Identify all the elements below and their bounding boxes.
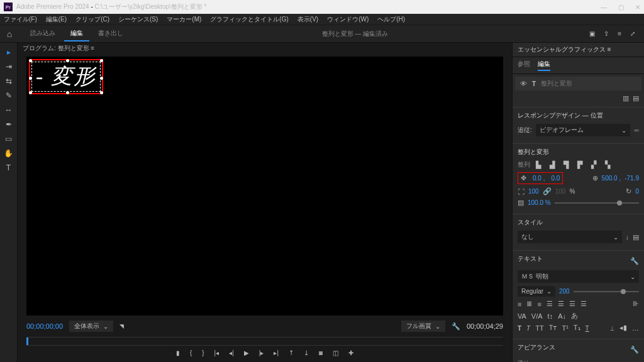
follow-select[interactable]: ビデオフレーム⌄	[536, 124, 630, 136]
tab-export[interactable]: 書き出し	[92, 26, 130, 41]
align-left-icon[interactable]: ▙	[534, 161, 543, 168]
align-bottom-icon[interactable]: ▚	[603, 161, 612, 168]
minimize-button[interactable]: —	[601, 4, 607, 11]
step-fwd-icon[interactable]: |▸	[259, 349, 264, 356]
compare-icon[interactable]: ◫	[333, 349, 338, 356]
menu-edit[interactable]: 編集(E)	[46, 15, 67, 24]
weight-select[interactable]: Regular⌄	[518, 286, 555, 297]
tracking-icon[interactable]: VA	[518, 312, 526, 320]
save-style-icon[interactable]: ▤	[633, 233, 639, 241]
tab-import[interactable]: 読み込み	[24, 26, 62, 41]
justify-last-center-icon[interactable]: ☰	[569, 300, 575, 308]
tab-edit-panel[interactable]: 編集	[538, 60, 550, 71]
pos-y[interactable]: 0.0	[551, 175, 560, 182]
superscript-icon[interactable]: T¹	[562, 324, 568, 332]
export-frame-icon[interactable]: ◙	[319, 349, 323, 356]
go-in-icon[interactable]: |◂	[214, 349, 219, 356]
new-layer-icon[interactable]: ▤	[633, 94, 639, 102]
quick-export-icon[interactable]: ▣	[589, 30, 595, 37]
justify-last-right-icon[interactable]: ☰	[580, 300, 587, 308]
push-style-icon[interactable]: ↓	[626, 233, 630, 241]
track-select-tool-icon[interactable]: ⇥	[6, 62, 12, 71]
pin-icon[interactable]: ▫▫	[634, 126, 639, 134]
align-top-icon[interactable]: ▛	[575, 161, 584, 168]
opacity-slider[interactable]	[555, 202, 639, 204]
style-select[interactable]: なし⌄	[518, 231, 622, 243]
share-icon[interactable]: ⇪	[604, 30, 609, 37]
workspace-menu-icon[interactable]: ≡	[618, 30, 621, 37]
scale-icon[interactable]: ⛶	[518, 188, 525, 195]
time-ruler[interactable]	[26, 337, 503, 346]
layer-row[interactable]: 👁 T 整列と変形	[515, 77, 641, 90]
mark-out-icon[interactable]: }	[202, 349, 204, 356]
tab-browse[interactable]: 参照	[518, 60, 530, 71]
align-right-icon[interactable]: ▜	[562, 161, 570, 168]
indent-icon[interactable]: ⊪	[633, 300, 639, 308]
wrench2-icon[interactable]: 🔧	[630, 346, 639, 354]
anchor-icon[interactable]: ⊕	[592, 174, 598, 182]
ripple-tool-icon[interactable]: ⇆	[6, 77, 12, 85]
lift-icon[interactable]: ⤒	[289, 349, 294, 356]
faux-italic-icon[interactable]: T	[526, 324, 530, 332]
baseline-icon[interactable]: A↓	[558, 312, 566, 320]
position-icon[interactable]: ✥	[521, 174, 526, 182]
tab-edit[interactable]: 編集	[64, 26, 89, 41]
menu-window[interactable]: ウィンドウ(W)	[327, 15, 369, 24]
new-group-icon[interactable]: ▥	[623, 94, 629, 102]
smallcaps-icon[interactable]: Tᴛ	[549, 324, 557, 332]
home-button[interactable]: ⌂	[0, 29, 19, 39]
menu-clip[interactable]: クリップ(C)	[75, 15, 109, 24]
align-hcenter-icon[interactable]: ▟	[548, 161, 557, 168]
anchor-y[interactable]: -71.9	[625, 175, 639, 182]
selection-tool-icon[interactable]: ▸	[7, 48, 11, 57]
button-editor-icon[interactable]: ✚	[348, 349, 353, 356]
opacity[interactable]: 100.0 %	[528, 199, 551, 206]
razor-tool-icon[interactable]: ✎	[6, 91, 12, 100]
quality-select[interactable]: フル画質⌄	[401, 321, 445, 332]
fullscreen-icon[interactable]: ⤢	[630, 30, 635, 37]
tsume-icon[interactable]: あ	[571, 311, 578, 321]
faux-bold-icon[interactable]: T	[518, 324, 521, 332]
rotate-icon[interactable]: ↻	[626, 187, 631, 195]
justify-last-left-icon[interactable]: ☰	[558, 300, 564, 308]
mark-in-icon[interactable]: {	[190, 349, 192, 356]
play-icon[interactable]: ▶	[244, 349, 249, 356]
menu-file[interactable]: ファイル(F)	[4, 15, 37, 24]
align-right-text-icon[interactable]: ≡	[537, 300, 541, 308]
align-center-text-icon[interactable]: ≣	[526, 300, 532, 308]
step-back-icon[interactable]: ◂|	[229, 349, 234, 356]
go-out-icon[interactable]: ▸|	[274, 349, 279, 356]
add-marker-icon[interactable]: ▮	[176, 349, 180, 356]
opacity-icon[interactable]: ▨	[518, 199, 524, 207]
maximize-button[interactable]: ▢	[618, 4, 624, 11]
allcaps-icon[interactable]: TT	[535, 324, 543, 332]
extract-icon[interactable]: ⤓	[304, 349, 309, 356]
link-icon[interactable]: 🔗	[543, 187, 552, 195]
timecode-left[interactable]: 00;00;00;00	[26, 322, 63, 330]
layer-name[interactable]: 整列と変形	[541, 79, 572, 88]
zoom-select[interactable]: 全体表示⌄	[69, 321, 113, 332]
text-layer-highlight[interactable]: - 変形	[29, 59, 103, 94]
pos-x[interactable]: 0.0 ,	[533, 175, 545, 182]
ruby-icon[interactable]: …	[632, 324, 639, 332]
rotation[interactable]: 0	[635, 188, 639, 195]
wrench-icon[interactable]: 🔧	[630, 257, 639, 265]
font-size[interactable]: 200	[559, 288, 570, 295]
menu-view[interactable]: 表示(V)	[297, 15, 318, 24]
anchor-x[interactable]: 500.0 ,	[602, 175, 621, 182]
program-viewer[interactable]: - 変形	[26, 57, 503, 315]
size-slider[interactable]	[574, 291, 639, 292]
close-button[interactable]: ✕	[635, 4, 640, 11]
type-tool-icon[interactable]: T	[6, 163, 11, 172]
rtl-icon[interactable]: ◂▮	[619, 324, 627, 332]
settings-icon[interactable]: 🔧	[452, 322, 460, 331]
underline-icon[interactable]: T	[586, 324, 589, 332]
kerning-icon[interactable]: V/A	[531, 312, 543, 320]
menu-marker[interactable]: マーカー(M)	[167, 15, 201, 24]
scale-w[interactable]: 100	[528, 188, 539, 195]
align-vcenter-icon[interactable]: ▞	[589, 161, 598, 168]
font-select[interactable]: ＭＳ 明朝⌄	[518, 270, 639, 283]
rectangle-tool-icon[interactable]: ▭	[5, 134, 12, 143]
menu-help[interactable]: ヘルプ(H)	[377, 15, 405, 24]
hand-tool-icon[interactable]: ✋	[4, 149, 13, 158]
